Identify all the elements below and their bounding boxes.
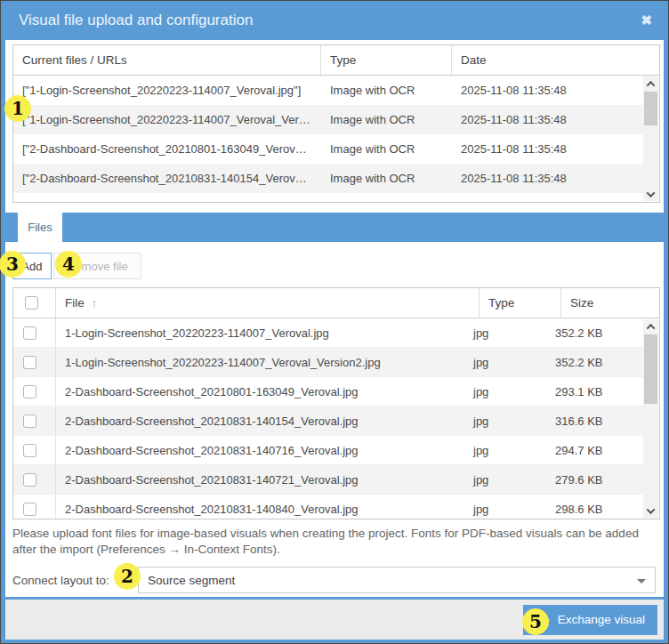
current-file-name: ["2-Dashboard-Screenshot_20210801-163049… [13,142,321,156]
column-header-size[interactable]: Size [561,288,659,318]
scroll-down-icon[interactable] [643,187,658,201]
row-checkbox[interactable] [23,326,36,340]
annotation-badge-1: 1 [4,95,31,122]
column-header-file-type[interactable]: Type [480,288,561,318]
file-header-label: File [65,296,85,310]
current-file-name: ["2-Dashboard-Screenshot_20210831-140154… [13,172,321,185]
row-checkbox[interactable] [23,356,36,369]
scrollbar-thumb[interactable] [644,92,657,125]
file-row[interactable]: 2-Dashboard-Screenshot_20210831-140716_V… [13,436,644,465]
column-header-date[interactable]: Date [452,45,659,75]
files-table: File↑ Type Size 1-Login-Screenshot_20220… [12,287,660,519]
annotation-badge-4: 4 [55,251,82,278]
row-checkbox[interactable] [23,385,36,398]
checkbox-cell [13,377,56,406]
current-files-scrollbar[interactable] [643,76,658,201]
dialog-content: Current files / URLs Type Date ["1-Login… [5,40,664,597]
file-name: 2-Dashboard-Screenshot_20210831-140721_V… [56,473,464,487]
dialog-titlebar: Visual file upload and configuration ✖ [1,1,668,40]
current-file-row[interactable]: ["2-Dashboard-Screenshot_20210801-163049… [13,134,644,164]
row-checkbox[interactable] [23,503,36,516]
file-type: jpg [464,356,546,369]
current-file-date: 2025-11-08 11:35:48 [452,84,644,97]
current-file-name: ["1-Login-Screenshot_20220223-114007_Ver… [13,113,321,126]
file-size: 316.6 KB [546,415,644,428]
checkbox-cell [13,348,56,376]
tab-files[interactable]: Files [18,213,62,242]
current-file-type: Image with OCR [321,172,452,185]
current-file-date: 2025-11-08 11:35:48 [452,142,644,156]
file-type: jpg [464,473,546,487]
row-checkbox[interactable] [23,444,36,457]
file-size: 279.6 KB [546,473,644,487]
connect-layout-row: Connect layout to: Source segment [12,567,660,593]
column-header-file[interactable]: File↑ [56,288,480,318]
files-table-header: File↑ Type Size [13,288,659,318]
file-type: jpg [464,444,546,457]
sort-ascending-icon: ↑ [92,296,98,310]
current-file-row[interactable]: ["1-Login-Screenshot_20220223-114007_Ver… [13,76,644,105]
checkbox-cell [13,495,56,519]
file-type: jpg [464,326,546,340]
file-toolbar: Add Remove file [12,253,660,279]
row-checkbox[interactable] [23,473,36,487]
current-files-table: Current files / URLs Type Date ["1-Login… [12,44,660,203]
current-file-type: Image with OCR [321,84,452,97]
file-size: 298.6 KB [546,503,644,516]
checkbox-cell [13,318,56,347]
current-file-row[interactable]: ["1-Login-Screenshot_20220223-114007_Ver… [13,105,644,134]
column-header-current-files[interactable]: Current files / URLs [13,45,321,75]
file-name: 1-Login-Screenshot_20220223-114007_Verov… [56,326,464,340]
file-size: 352.2 KB [546,326,644,340]
files-scrollbar[interactable] [643,319,658,518]
file-name: 2-Dashboard-Screenshot_20210801-163049_V… [56,385,464,398]
file-size: 294.7 KB [546,444,644,457]
file-name: 2-Dashboard-Screenshot_20210831-140840_V… [56,503,464,516]
current-file-date: 2025-11-08 11:35:48 [452,113,644,126]
file-type: jpg [464,385,546,398]
checkbox-cell [13,436,56,464]
file-name: 2-Dashboard-Screenshot_20210831-140716_V… [56,444,464,457]
file-row[interactable]: 2-Dashboard-Screenshot_20210801-163049_V… [13,377,644,407]
file-size: 352.2 KB [546,356,644,369]
file-row[interactable]: 2-Dashboard-Screenshot_20210831-140721_V… [13,465,644,495]
file-name: 2-Dashboard-Screenshot_20210831-140154_V… [56,415,464,428]
annotation-badge-3: 3 [0,251,26,278]
checkbox-cell [13,465,56,494]
current-files-body: ["1-Login-Screenshot_20220223-114007_Ver… [13,76,659,202]
current-file-name: ["1-Login-Screenshot_20220223-114007_Ver… [13,84,321,97]
exchange-visual-label: Exchange visual [558,613,645,626]
row-checkbox[interactable] [23,415,36,428]
current-file-type: Image with OCR [321,113,452,126]
file-row[interactable]: 1-Login-Screenshot_20220223-114007_Verov… [13,348,644,377]
close-icon[interactable]: ✖ [641,12,652,28]
file-type: jpg [464,415,546,428]
scroll-down-icon[interactable] [643,503,658,518]
file-name: 1-Login-Screenshot_20220223-114007_Verov… [56,356,464,369]
annotation-badge-2: 2 [114,563,141,590]
files-table-body: 1-Login-Screenshot_20220223-114007_Verov… [13,318,659,519]
dialog-footer: Exchange visual [5,597,664,640]
tab-bar: Files [5,213,664,242]
checkbox-cell [13,407,56,435]
select-all-checkbox[interactable] [25,296,38,310]
select-all-cell [13,288,56,318]
visual-upload-dialog: Visual file upload and configuration ✖ C… [0,0,669,644]
current-files-header: Current files / URLs Type Date [13,45,659,76]
connect-layout-select[interactable]: Source segment [138,567,656,593]
scrollbar-thumb[interactable] [644,334,657,404]
chevron-down-icon [637,579,646,584]
file-size: 293.1 KB [546,385,644,398]
file-type: jpg [464,503,546,516]
current-file-type: Image with OCR [321,142,452,156]
column-header-type[interactable]: Type [321,45,452,75]
font-upload-note: Please upload font files for image-based… [12,526,655,558]
annotation-badge-5: 5 [522,608,549,635]
scroll-up-icon[interactable] [643,319,658,334]
file-row[interactable]: 1-Login-Screenshot_20220223-114007_Verov… [13,318,644,348]
scroll-up-icon[interactable] [643,76,658,91]
file-row[interactable]: 2-Dashboard-Screenshot_20210831-140154_V… [13,407,644,436]
file-row[interactable]: 2-Dashboard-Screenshot_20210831-140840_V… [13,495,644,519]
current-file-row[interactable]: ["2-Dashboard-Screenshot_20210831-140154… [13,164,644,193]
connect-layout-value: Source segment [148,574,235,587]
